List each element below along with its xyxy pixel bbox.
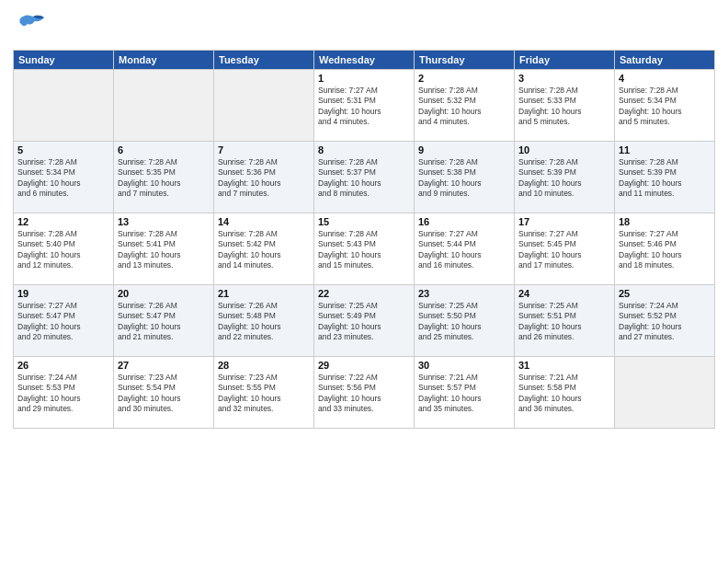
day-number: 22 [318,288,410,299]
cell-info: Sunrise: 7:22 AMSunset: 5:56 PMDaylight:… [318,373,410,415]
cell-info: Sunrise: 7:28 AMSunset: 5:34 PMDaylight:… [17,157,109,200]
calendar-cell: 11Sunrise: 7:28 AMSunset: 5:39 PMDayligh… [615,142,715,213]
calendar-cell: 12Sunrise: 7:28 AMSunset: 5:40 PMDayligh… [14,213,114,285]
calendar-cell: 23Sunrise: 7:25 AMSunset: 5:50 PMDayligh… [415,285,515,357]
col-header-friday: Friday [515,51,615,70]
calendar-cell: 13Sunrise: 7:28 AMSunset: 5:41 PMDayligh… [114,213,214,285]
logo-icon [13,9,48,44]
cell-info: Sunrise: 7:28 AMSunset: 5:40 PMDaylight:… [17,229,109,271]
calendar-cell: 21Sunrise: 7:26 AMSunset: 5:48 PMDayligh… [214,285,314,357]
day-number: 14 [218,216,310,227]
day-number: 28 [218,360,310,371]
day-number: 7 [218,144,310,155]
calendar-cell: 15Sunrise: 7:28 AMSunset: 5:43 PMDayligh… [314,213,415,285]
calendar-cell: 29Sunrise: 7:22 AMSunset: 5:56 PMDayligh… [314,357,415,429]
cell-info: Sunrise: 7:26 AMSunset: 5:48 PMDaylight:… [218,301,310,343]
header [13,9,715,44]
day-number: 31 [518,360,610,371]
day-number: 24 [518,288,610,299]
day-number: 26 [17,360,109,371]
calendar-cell: 19Sunrise: 7:27 AMSunset: 5:47 PMDayligh… [14,285,114,357]
calendar-cell [14,70,114,142]
day-number: 8 [318,144,410,155]
cell-info: Sunrise: 7:27 AMSunset: 5:44 PMDaylight:… [418,229,510,271]
cell-info: Sunrise: 7:25 AMSunset: 5:51 PMDaylight:… [518,301,610,343]
day-number: 29 [318,360,410,371]
col-header-thursday: Thursday [415,51,515,70]
col-header-saturday: Saturday [615,51,715,70]
day-number: 6 [118,144,210,155]
day-number: 17 [518,216,610,227]
calendar-cell: 30Sunrise: 7:21 AMSunset: 5:57 PMDayligh… [415,357,515,429]
cell-info: Sunrise: 7:28 AMSunset: 5:43 PMDaylight:… [318,229,410,271]
cell-info: Sunrise: 7:23 AMSunset: 5:55 PMDaylight:… [218,373,310,415]
calendar-cell: 26Sunrise: 7:24 AMSunset: 5:53 PMDayligh… [14,357,114,429]
cell-info: Sunrise: 7:25 AMSunset: 5:50 PMDaylight:… [418,301,510,343]
calendar-cell: 8Sunrise: 7:28 AMSunset: 5:37 PMDaylight… [314,142,415,213]
day-number: 18 [619,216,711,227]
calendar-cell [114,70,214,142]
calendar-cell: 22Sunrise: 7:25 AMSunset: 5:49 PMDayligh… [314,285,415,357]
cell-info: Sunrise: 7:28 AMSunset: 5:38 PMDaylight:… [418,157,510,200]
calendar-cell: 27Sunrise: 7:23 AMSunset: 5:54 PMDayligh… [114,357,214,429]
day-number: 2 [418,73,510,84]
calendar-cell: 6Sunrise: 7:28 AMSunset: 5:35 PMDaylight… [114,142,214,213]
calendar-cell: 31Sunrise: 7:21 AMSunset: 5:58 PMDayligh… [515,357,615,429]
day-number: 16 [418,216,510,227]
calendar-cell: 14Sunrise: 7:28 AMSunset: 5:42 PMDayligh… [214,213,314,285]
calendar-week-4: 19Sunrise: 7:27 AMSunset: 5:47 PMDayligh… [14,285,715,357]
calendar-cell [615,357,715,429]
cell-info: Sunrise: 7:28 AMSunset: 5:33 PMDaylight:… [518,86,610,128]
cell-info: Sunrise: 7:25 AMSunset: 5:49 PMDaylight:… [318,301,410,343]
day-number: 19 [17,288,109,299]
calendar-week-5: 26Sunrise: 7:24 AMSunset: 5:53 PMDayligh… [14,357,715,429]
day-number: 1 [318,73,410,84]
day-number: 25 [619,288,711,299]
day-number: 12 [17,216,109,227]
calendar-cell: 16Sunrise: 7:27 AMSunset: 5:44 PMDayligh… [415,213,515,285]
calendar-cell: 20Sunrise: 7:26 AMSunset: 5:47 PMDayligh… [114,285,214,357]
col-header-sunday: Sunday [14,51,114,70]
day-number: 13 [118,216,210,227]
day-number: 21 [218,288,310,299]
day-number: 20 [118,288,210,299]
cell-info: Sunrise: 7:28 AMSunset: 5:35 PMDaylight:… [118,157,210,200]
day-number: 30 [418,360,510,371]
cell-info: Sunrise: 7:24 AMSunset: 5:52 PMDaylight:… [619,301,711,343]
cell-info: Sunrise: 7:28 AMSunset: 5:32 PMDaylight:… [418,86,510,128]
day-number: 3 [518,73,610,84]
calendar-cell: 24Sunrise: 7:25 AMSunset: 5:51 PMDayligh… [515,285,615,357]
cell-info: Sunrise: 7:28 AMSunset: 5:34 PMDaylight:… [619,86,711,128]
cell-info: Sunrise: 7:28 AMSunset: 5:36 PMDaylight:… [218,157,310,200]
cell-info: Sunrise: 7:28 AMSunset: 5:42 PMDaylight:… [218,229,310,271]
cell-info: Sunrise: 7:26 AMSunset: 5:47 PMDaylight:… [118,301,210,343]
cell-info: Sunrise: 7:28 AMSunset: 5:37 PMDaylight:… [318,157,410,200]
calendar-header-row: SundayMondayTuesdayWednesdayThursdayFrid… [14,51,715,70]
col-header-tuesday: Tuesday [214,51,314,70]
day-number: 5 [17,144,109,155]
cell-info: Sunrise: 7:21 AMSunset: 5:58 PMDaylight:… [518,373,610,415]
cell-info: Sunrise: 7:27 AMSunset: 5:47 PMDaylight:… [17,301,109,343]
cell-info: Sunrise: 7:28 AMSunset: 5:39 PMDaylight:… [518,157,610,200]
calendar-cell: 9Sunrise: 7:28 AMSunset: 5:38 PMDaylight… [415,142,515,213]
cell-info: Sunrise: 7:28 AMSunset: 5:39 PMDaylight:… [619,157,711,200]
calendar-cell: 25Sunrise: 7:24 AMSunset: 5:52 PMDayligh… [615,285,715,357]
col-header-monday: Monday [114,51,214,70]
cell-info: Sunrise: 7:27 AMSunset: 5:45 PMDaylight:… [518,229,610,271]
day-number: 27 [118,360,210,371]
cell-info: Sunrise: 7:24 AMSunset: 5:53 PMDaylight:… [17,373,109,415]
day-number: 10 [518,144,610,155]
page: SundayMondayTuesdayWednesdayThursdayFrid… [0,0,728,563]
cell-info: Sunrise: 7:27 AMSunset: 5:31 PMDaylight:… [318,86,410,128]
calendar-cell: 7Sunrise: 7:28 AMSunset: 5:36 PMDaylight… [214,142,314,213]
cell-info: Sunrise: 7:23 AMSunset: 5:54 PMDaylight:… [118,373,210,415]
day-number: 23 [418,288,510,299]
calendar-week-3: 12Sunrise: 7:28 AMSunset: 5:40 PMDayligh… [14,213,715,285]
calendar-cell: 4Sunrise: 7:28 AMSunset: 5:34 PMDaylight… [615,70,715,142]
logo [13,9,51,44]
calendar-cell: 10Sunrise: 7:28 AMSunset: 5:39 PMDayligh… [515,142,615,213]
calendar-week-1: 1Sunrise: 7:27 AMSunset: 5:31 PMDaylight… [14,70,715,142]
col-header-wednesday: Wednesday [314,51,415,70]
cell-info: Sunrise: 7:21 AMSunset: 5:57 PMDaylight:… [418,373,510,415]
cell-info: Sunrise: 7:27 AMSunset: 5:46 PMDaylight:… [619,229,711,271]
